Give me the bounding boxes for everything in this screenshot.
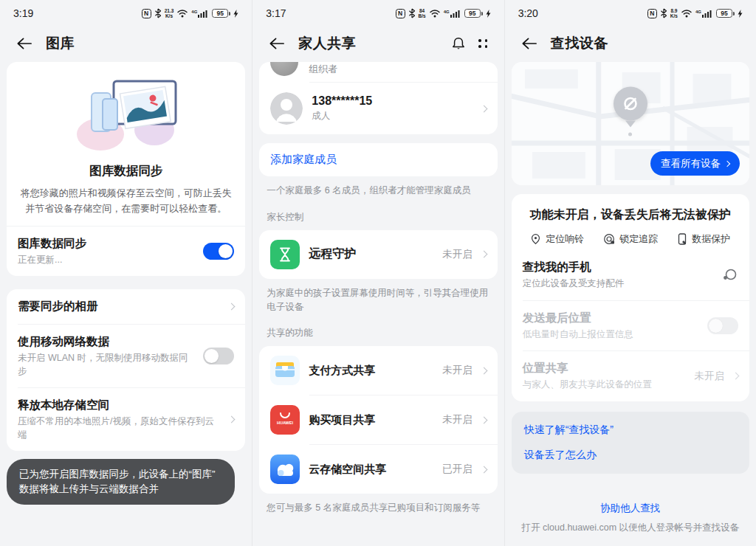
cloud-storage-sharing-row[interactable]: 云存储空间共享 已开启 xyxy=(259,445,497,494)
nfc-icon: N xyxy=(142,9,151,18)
shared-features-hint: 您可与最多 5 名家庭成员共享已购项目和订阅服务等 xyxy=(267,501,489,515)
chevron-right-icon xyxy=(480,105,487,112)
row-title: 云存储空间共享 xyxy=(309,463,433,477)
lock-track-icon xyxy=(603,233,615,245)
organizer-label: 组织者 xyxy=(309,63,337,76)
row-title: 远程守护 xyxy=(309,246,433,262)
member-role: 成人 xyxy=(312,110,472,123)
remote-guard-icon xyxy=(270,240,300,269)
row-subtitle: 低电量时自动上报位置信息 xyxy=(523,328,698,342)
toggle-row-title: 图库数据同步 xyxy=(18,236,194,252)
location-pin-icon xyxy=(530,233,541,245)
wifi-icon xyxy=(681,9,693,18)
page-header: 查找设备 xyxy=(505,22,756,62)
row-title: 使用移动网络数据 xyxy=(18,334,194,350)
bluetooth-icon xyxy=(408,8,416,18)
row-status: 未开启 xyxy=(442,413,472,426)
add-member-label: 添加家庭成员 xyxy=(270,153,337,167)
row-subtitle: 压缩不常用的本地照片/视频，原始文件保存到云端 xyxy=(18,415,220,441)
svg-text:HUAWEI: HUAWEI xyxy=(277,421,293,425)
page-title: 图库 xyxy=(46,34,236,53)
chevron-right-icon xyxy=(480,416,487,424)
loading-spinner-icon xyxy=(722,267,738,283)
status-time: 3:19 xyxy=(13,7,33,19)
back-icon[interactable] xyxy=(16,37,32,50)
purchase-sharing-row[interactable]: HUAWEI 购买项目共享 未开启 xyxy=(259,395,497,444)
charging-icon xyxy=(738,10,743,18)
family-member-row[interactable]: 138******15 成人 xyxy=(259,83,497,134)
wifi-icon xyxy=(429,9,441,18)
wallet-icon xyxy=(270,356,300,385)
chevron-right-icon xyxy=(480,251,487,258)
cloud-icon xyxy=(270,455,300,484)
status-bar: 3:19 N 21.3K/s 4G 95 xyxy=(0,0,252,22)
gallery-sync-toggle[interactable] xyxy=(203,243,234,260)
lost-device-link[interactable]: 设备丢了怎么办 xyxy=(524,449,737,462)
remote-guard-row[interactable]: 远程守护 未开启 xyxy=(259,230,497,279)
chevron-right-icon xyxy=(732,373,740,380)
send-last-location-row[interactable]: 发送最后位置 低电量时自动上报位置信息 xyxy=(512,301,749,351)
status-icons: N 84B/s 4G 95 xyxy=(396,8,491,18)
quick-intro-link[interactable]: 快速了解“查找设备” xyxy=(524,424,737,437)
section-parental-control: 家长控制 xyxy=(267,211,489,224)
chevron-right-icon xyxy=(480,367,487,374)
back-icon[interactable] xyxy=(521,37,537,50)
bluetooth-icon xyxy=(154,8,162,18)
status-time: 3:17 xyxy=(266,7,286,19)
family-members-card: 组织者 138******15 成人 xyxy=(259,62,497,134)
back-icon[interactable] xyxy=(269,37,285,50)
chevron-right-icon xyxy=(480,466,487,473)
phone-protect-icon xyxy=(677,233,687,245)
charging-icon xyxy=(233,10,238,18)
network-speed: 84B/s xyxy=(419,8,426,18)
send-last-location-toggle[interactable] xyxy=(707,317,738,334)
sync-hero: 图库数据同步 将您珍藏的照片和视频保存至云空间，可防止丢失并节省设备存储空间，在… xyxy=(7,62,245,217)
page-title: 家人共享 xyxy=(298,34,439,53)
albums-to-sync-row[interactable]: 需要同步的相册 xyxy=(7,289,245,324)
more-options-icon[interactable] xyxy=(478,39,488,48)
signal-icon: 4G xyxy=(444,10,460,18)
help-others-find-link[interactable]: 协助他人查找 xyxy=(505,502,756,515)
row-status: 未开启 xyxy=(442,364,472,377)
mobile-data-toggle[interactable] xyxy=(203,348,234,364)
feature-locate-ring: 定位响铃 xyxy=(530,232,584,246)
find-device-main-card: 功能未开启，设备丢失后将无法被保护 定位响铃 锁定追踪 数据保护 查找我的手机 … xyxy=(512,194,749,401)
status-icons: N 21.3K/s 4G 95 xyxy=(142,8,239,18)
row-status: 未开启 xyxy=(694,370,724,383)
feature-list: 定位响铃 锁定追踪 数据保护 xyxy=(512,223,749,250)
view-all-devices-button[interactable]: 查看所有设备 xyxy=(650,151,740,176)
row-title: 位置共享 xyxy=(523,361,686,376)
page-header: 家人共享 xyxy=(252,22,504,62)
battery-icon: 95 xyxy=(464,9,483,18)
organizer-row[interactable]: 组织者 xyxy=(259,62,497,82)
nfc-icon: N xyxy=(647,9,657,18)
appgallery-icon: HUAWEI xyxy=(270,405,300,435)
gallery-sync-toggle-row[interactable]: 图库数据同步 正在更新... xyxy=(7,226,245,277)
gallery-sync-screen: 3:19 N 21.3K/s 4G 95 图库 xyxy=(0,0,252,546)
member-avatar xyxy=(270,92,303,125)
find-my-phone-row[interactable]: 查找我的手机 定位此设备及受支持配件 xyxy=(512,250,749,300)
location-sharing-row[interactable]: 位置共享 与家人、朋友共享此设备的位置 未开启 xyxy=(512,351,749,401)
row-title: 购买项目共享 xyxy=(309,413,433,427)
sync-options-card: 需要同步的相册 使用移动网络数据 未开启 WLAN 时，无限制使用移动数据同步 … xyxy=(7,289,245,451)
notification-bell-icon[interactable] xyxy=(452,37,465,50)
feature-data-protect: 数据保护 xyxy=(677,232,730,246)
page-title: 查找设备 xyxy=(551,34,740,53)
nfc-icon: N xyxy=(396,9,405,18)
toast-message: 已为您开启图库数据同步，此设备上的“图库”数据将被上传并与云端数据合并 xyxy=(7,459,235,505)
battery-icon: 95 xyxy=(212,9,230,18)
add-family-member-button[interactable]: 添加家庭成员 xyxy=(259,143,497,176)
mobile-data-row[interactable]: 使用移动网络数据 未开启 WLAN 时，无限制使用移动数据同步 xyxy=(7,325,245,387)
wifi-icon xyxy=(176,9,188,18)
payment-sharing-row[interactable]: 支付方式共享 未开启 xyxy=(259,346,497,395)
row-title: 需要同步的相册 xyxy=(18,299,220,314)
footer-hint: 打开 cloud.huawei.com 以便他人登录帐号并查找设备 xyxy=(505,522,756,534)
row-status: 未开启 xyxy=(442,248,472,261)
signal-icon: 4G xyxy=(191,10,207,18)
family-sharing-screen: 3:17 N 84B/s 4G 95 家人共享 组织者 138******15 xyxy=(252,0,504,546)
find-device-footer: 协助他人查找 打开 cloud.huawei.com 以便他人登录帐号并查找设备 xyxy=(505,502,756,534)
charging-icon xyxy=(486,10,491,18)
section-shared-features: 共享的功能 xyxy=(267,327,489,339)
status-time: 3:20 xyxy=(518,7,538,19)
free-up-storage-row[interactable]: 释放本地存储空间 压缩不常用的本地照片/视频，原始文件保存到云端 xyxy=(7,388,245,451)
